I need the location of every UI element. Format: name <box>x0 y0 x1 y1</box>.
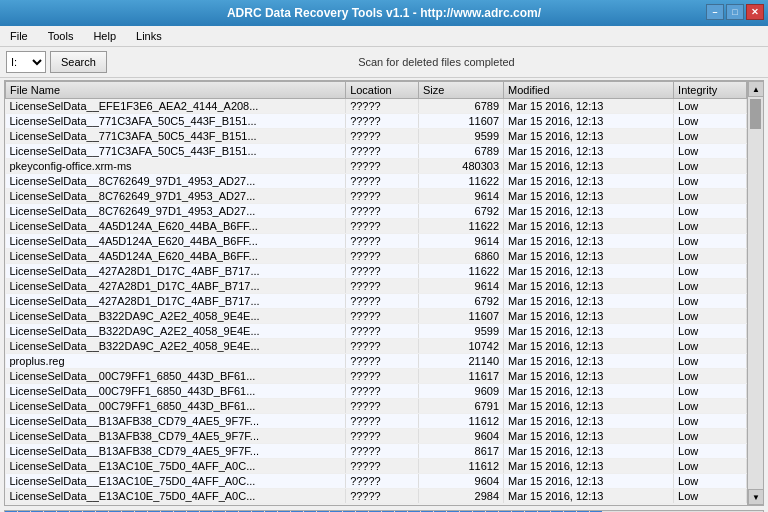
table-cell: LicenseSelData__E13AC10E_75D0_4AFF_A0C..… <box>6 474 346 489</box>
progress-area <box>0 508 768 512</box>
table-cell: 9599 <box>419 129 504 144</box>
table-cell: 9609 <box>419 384 504 399</box>
vertical-scrollbar[interactable]: ▲ ▼ <box>747 81 763 505</box>
table-row[interactable]: LicenseSelData__427A28D1_D17C_4ABF_B717.… <box>6 294 747 309</box>
table-cell: LicenseSelData__EFE1F3E6_AEA2_4144_A208.… <box>6 99 346 114</box>
table-row[interactable]: LicenseSelData__771C3AFA_50C5_443F_B151.… <box>6 144 747 159</box>
table-row[interactable]: LicenseSelData__4A5D124A_E620_44BA_B6FF.… <box>6 234 747 249</box>
table-row[interactable]: LicenseSelData__8C762649_97D1_4953_AD27.… <box>6 189 747 204</box>
main-content: File Name Location Size Modified Integri… <box>0 78 768 508</box>
table-cell: Low <box>674 234 747 249</box>
table-cell: Mar 15 2016, 12:13 <box>504 309 674 324</box>
drive-select[interactable]: I: <box>6 51 46 73</box>
table-cell: LicenseSelData__00C79FF1_6850_443D_BF61.… <box>6 384 346 399</box>
menu-help[interactable]: Help <box>87 28 122 44</box>
window-controls: – □ ✕ <box>706 4 764 20</box>
table-cell: ????? <box>346 159 419 174</box>
table-row[interactable]: proplus.reg?????21140Mar 15 2016, 12:13L… <box>6 354 747 369</box>
table-cell: proplus.reg <box>6 354 346 369</box>
table-cell: Mar 15 2016, 12:13 <box>504 444 674 459</box>
table-cell: ????? <box>346 174 419 189</box>
table-row[interactable]: LicenseSelData__B322DA9C_A2E2_4058_9E4E.… <box>6 324 747 339</box>
table-cell: 11622 <box>419 264 504 279</box>
scrollbar-thumb[interactable] <box>750 99 761 129</box>
table-cell: Mar 15 2016, 12:13 <box>504 384 674 399</box>
table-cell: Mar 15 2016, 12:13 <box>504 294 674 309</box>
table-cell: 11607 <box>419 309 504 324</box>
table-body: LicenseSelData__EFE1F3E6_AEA2_4144_A208.… <box>6 99 747 504</box>
table-row[interactable]: LicenseSelData__771C3AFA_50C5_443F_B151.… <box>6 114 747 129</box>
search-button[interactable]: Search <box>50 51 107 73</box>
scroll-down-button[interactable]: ▼ <box>748 489 764 505</box>
table-cell: Low <box>674 189 747 204</box>
table-cell: ????? <box>346 264 419 279</box>
table-cell: LicenseSelData__4A5D124A_E620_44BA_B6FF.… <box>6 249 346 264</box>
table-cell: ????? <box>346 99 419 114</box>
table-cell: Mar 15 2016, 12:13 <box>504 459 674 474</box>
table-cell: ????? <box>346 204 419 219</box>
table-cell: LicenseSelData__B13AFB38_CD79_4AE5_9F7F.… <box>6 429 346 444</box>
table-cell: LicenseSelData__8C762649_97D1_4953_AD27.… <box>6 189 346 204</box>
table-cell: LicenseSelData__B322DA9C_A2E2_4058_9E4E.… <box>6 309 346 324</box>
menu-file[interactable]: File <box>4 28 34 44</box>
table-cell: Low <box>674 129 747 144</box>
col-header-filename[interactable]: File Name <box>6 82 346 99</box>
table-row[interactable]: LicenseSelData__EFE1F3E6_AEA2_4144_A208.… <box>6 99 747 114</box>
col-header-location[interactable]: Location <box>346 82 419 99</box>
table-cell: ????? <box>346 339 419 354</box>
table-cell: Mar 15 2016, 12:13 <box>504 354 674 369</box>
table-row[interactable]: LicenseSelData__B13AFB38_CD79_4AE5_9F7F.… <box>6 429 747 444</box>
maximize-button[interactable]: □ <box>726 4 744 20</box>
table-cell: Mar 15 2016, 12:13 <box>504 129 674 144</box>
table-row[interactable]: LicenseSelData__B322DA9C_A2E2_4058_9E4E.… <box>6 339 747 354</box>
table-cell: Low <box>674 414 747 429</box>
table-cell: ????? <box>346 129 419 144</box>
table-row[interactable]: LicenseSelData__8C762649_97D1_4953_AD27.… <box>6 204 747 219</box>
table-cell: Low <box>674 324 747 339</box>
col-header-modified[interactable]: Modified <box>504 82 674 99</box>
table-row[interactable]: LicenseSelData__B13AFB38_CD79_4AE5_9F7F.… <box>6 414 747 429</box>
table-row[interactable]: LicenseSelData__4A5D124A_E620_44BA_B6FF.… <box>6 219 747 234</box>
table-cell: Mar 15 2016, 12:13 <box>504 369 674 384</box>
table-row[interactable]: LicenseSelData__E13AC10E_75D0_4AFF_A0C..… <box>6 459 747 474</box>
table-row[interactable]: LicenseSelData__E13AC10E_75D0_4AFF_A0C..… <box>6 474 747 489</box>
table-cell: ????? <box>346 369 419 384</box>
table-row[interactable]: LicenseSelData__427A28D1_D17C_4ABF_B717.… <box>6 264 747 279</box>
table-row[interactable]: pkeyconfig-office.xrm-ms?????480303Mar 1… <box>6 159 747 174</box>
table-cell: Low <box>674 444 747 459</box>
table-cell: Mar 15 2016, 12:13 <box>504 219 674 234</box>
table-cell: Low <box>674 459 747 474</box>
col-header-size[interactable]: Size <box>419 82 504 99</box>
table-row[interactable]: LicenseSelData__771C3AFA_50C5_443F_B151.… <box>6 129 747 144</box>
table-cell: 10742 <box>419 339 504 354</box>
table-cell: 6789 <box>419 99 504 114</box>
table-cell: ????? <box>346 324 419 339</box>
table-cell: Low <box>674 99 747 114</box>
table-row[interactable]: LicenseSelData__427A28D1_D17C_4ABF_B717.… <box>6 279 747 294</box>
close-button[interactable]: ✕ <box>746 4 764 20</box>
table-row[interactable]: LicenseSelData__8C762649_97D1_4953_AD27.… <box>6 174 747 189</box>
scroll-up-button[interactable]: ▲ <box>748 81 764 97</box>
table-cell: LicenseSelData__771C3AFA_50C5_443F_B151.… <box>6 129 346 144</box>
col-header-integrity[interactable]: Integrity <box>674 82 747 99</box>
table-cell: Mar 15 2016, 12:13 <box>504 159 674 174</box>
menu-links[interactable]: Links <box>130 28 168 44</box>
table-row[interactable]: LicenseSelData__00C79FF1_6850_443D_BF61.… <box>6 399 747 414</box>
table-row[interactable]: LicenseSelData__B13AFB38_CD79_4AE5_9F7F.… <box>6 444 747 459</box>
table-row[interactable]: LicenseSelData__00C79FF1_6850_443D_BF61.… <box>6 384 747 399</box>
table-cell: LicenseSelData__00C79FF1_6850_443D_BF61.… <box>6 369 346 384</box>
table-cell: Low <box>674 339 747 354</box>
table-row[interactable]: LicenseSelData__E13AC10E_75D0_4AFF_A0C..… <box>6 489 747 504</box>
table-cell: Mar 15 2016, 12:13 <box>504 414 674 429</box>
table-cell: ????? <box>346 354 419 369</box>
table-cell: Low <box>674 294 747 309</box>
menu-tools[interactable]: Tools <box>42 28 80 44</box>
menu-bar: File Tools Help Links <box>0 26 768 47</box>
table-row[interactable]: LicenseSelData__00C79FF1_6850_443D_BF61.… <box>6 369 747 384</box>
table-row[interactable]: LicenseSelData__4A5D124A_E620_44BA_B6FF.… <box>6 249 747 264</box>
table-cell: 11622 <box>419 219 504 234</box>
minimize-button[interactable]: – <box>706 4 724 20</box>
table-cell: LicenseSelData__4A5D124A_E620_44BA_B6FF.… <box>6 219 346 234</box>
table-row[interactable]: LicenseSelData__B322DA9C_A2E2_4058_9E4E.… <box>6 309 747 324</box>
window-title: ADRC Data Recovery Tools v1.1 - http://w… <box>227 6 541 20</box>
